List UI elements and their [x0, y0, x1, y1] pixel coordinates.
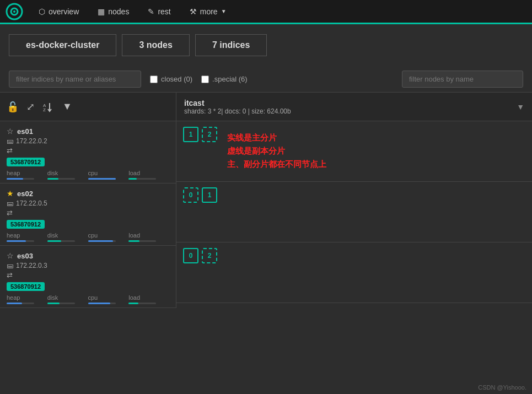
- node-ip: 172.22.0.3: [16, 262, 47, 269]
- metric-label-heap: heap: [7, 170, 20, 176]
- nav-overview-label: overview: [49, 7, 79, 16]
- star-icon[interactable]: ☆: [7, 127, 14, 136]
- nav-nodes-label: nodes: [108, 7, 129, 16]
- node-ip: 172.22.0.2: [16, 137, 47, 145]
- metric-label-cpu: cpu: [88, 170, 98, 176]
- shard-box[interactable]: 1: [202, 187, 217, 203]
- metric-label-disk: disk: [47, 232, 58, 239]
- node-name: es01: [17, 127, 33, 136]
- index-dropdown-icon[interactable]: ▼: [517, 102, 524, 111]
- nodes-label: nodes: [147, 40, 173, 50]
- index-meta: shards: 3 * 2| docs: 0 | size: 624.00b: [184, 107, 512, 115]
- shard-box[interactable]: 0: [183, 248, 198, 263]
- shard-box[interactable]: 2: [202, 248, 217, 263]
- metric-label-cpu: cpu: [88, 294, 98, 301]
- nav-overview[interactable]: ⬡ overview: [31, 4, 87, 19]
- metric-bar-cpu: [88, 178, 116, 180]
- node-badge: 536870912: [7, 158, 45, 166]
- metric-bar-disk: [47, 178, 58, 180]
- metric-bar-load: [128, 240, 139, 242]
- closed-checkbox[interactable]: [150, 75, 158, 83]
- index-header: itcast shards: 3 * 2| docs: 0 | size: 62…: [176, 93, 532, 121]
- expand-icon[interactable]: ⤢: [26, 101, 35, 113]
- chevron-down-icon: ▼: [221, 8, 227, 14]
- annotation-text: 实线是主分片虚线是副本分片主、副分片都在不同节点上: [221, 127, 333, 175]
- star-icon[interactable]: ★: [7, 189, 14, 198]
- star-icon[interactable]: ☆: [7, 251, 14, 260]
- special-checkbox-label[interactable]: .special (6): [201, 75, 248, 83]
- metric-label-cpu: cpu: [88, 232, 98, 239]
- metric-bar-heap: [7, 240, 26, 242]
- special-checkbox[interactable]: [201, 75, 209, 83]
- summary-bar: es-docker-cluster 3 nodes 7 indices: [0, 24, 532, 66]
- disk-icon: 🖴: [7, 137, 13, 145]
- overview-icon: ⬡: [39, 7, 45, 16]
- nav-more[interactable]: ⚒ more ▼: [182, 4, 234, 19]
- nodes-icon: ▦: [98, 7, 105, 16]
- closed-label: closed (0): [161, 75, 192, 83]
- transform-icon: ⇄: [7, 271, 13, 279]
- sort-az-icon[interactable]: A Z: [42, 101, 55, 113]
- nodes-section: 🔓 ⤢ A Z ▼ ☆ es01 🖴 172.22.0.2 ⇄: [0, 93, 176, 308]
- node-ip: 172.22.0.5: [16, 199, 47, 207]
- lock-icon[interactable]: 🔓: [7, 101, 19, 113]
- metric-label-heap: heap: [7, 294, 20, 301]
- metric-label-load: load: [128, 170, 140, 176]
- shard-row: 1 2 实线是主分片虚线是副本分片主、副分片都在不同节点上: [176, 121, 532, 182]
- app-logo[interactable]: [6, 3, 23, 20]
- node-name: es03: [17, 252, 33, 260]
- shard-rows: 1 2 实线是主分片虚线是副本分片主、副分片都在不同节点上 0 1 0 2: [176, 121, 532, 303]
- rest-icon: ✎: [148, 7, 154, 16]
- transform-icon: ⇄: [7, 209, 13, 217]
- filter-bar: closed (0) .special (6): [0, 66, 532, 92]
- nav-nodes[interactable]: ▦ nodes: [90, 4, 137, 19]
- nav-more-label: more: [200, 7, 218, 16]
- metric-bar-load: [128, 303, 138, 304]
- nodes-count: 3: [139, 40, 144, 50]
- metric-bar-disk: [47, 240, 61, 242]
- transform-icon: ⇄: [7, 147, 13, 155]
- metric-bar-heap: [7, 178, 23, 180]
- watermark: CSDN @Yishooo.: [478, 384, 526, 391]
- nodes-count-box[interactable]: 3 nodes: [122, 34, 189, 56]
- svg-text:Z: Z: [43, 107, 46, 112]
- node-name: es02: [17, 190, 33, 198]
- nodes-filter-input[interactable]: [402, 71, 523, 88]
- metric-bar-load: [128, 178, 137, 180]
- more-icon: ⚒: [190, 7, 197, 16]
- index-name-area: itcast shards: 3 * 2| docs: 0 | size: 62…: [184, 99, 512, 115]
- closed-checkbox-label[interactable]: closed (0): [150, 75, 192, 83]
- main-grid: 🔓 ⤢ A Z ▼ ☆ es01 🖴 172.22.0.2 ⇄: [0, 92, 532, 308]
- indices-count-box[interactable]: 7 indices: [195, 34, 267, 56]
- special-label: .special (6): [212, 75, 248, 83]
- shard-box[interactable]: 1: [183, 127, 198, 142]
- node-row: ★ es02 🖴 172.22.0.5 ⇄ 536870912 heap dis…: [0, 183, 176, 246]
- cluster-name-box[interactable]: es-docker-cluster: [9, 34, 116, 56]
- shard-row: 0 1: [176, 182, 532, 242]
- metric-label-disk: disk: [47, 170, 58, 176]
- metric-label-load: load: [128, 294, 140, 301]
- metric-bar-heap: [7, 303, 22, 304]
- metric-label-load: load: [128, 232, 140, 239]
- column-headers: 🔓 ⤢ A Z ▼: [0, 93, 176, 121]
- metric-bar-cpu: [88, 240, 113, 242]
- metric-bar-disk: [47, 303, 60, 304]
- node-badge: 536870912: [7, 282, 45, 291]
- metric-bar-cpu: [88, 303, 110, 304]
- index-name[interactable]: itcast: [184, 99, 512, 107]
- shard-box[interactable]: 0: [183, 187, 198, 203]
- nav-items: ⬡ overview ▦ nodes ✎ rest ⚒ more ▼: [31, 4, 234, 19]
- disk-icon: 🖴: [7, 262, 13, 269]
- top-navigation: ⬡ overview ▦ nodes ✎ rest ⚒ more ▼: [0, 0, 532, 24]
- shard-row: 0 2: [176, 242, 532, 303]
- nav-rest[interactable]: ✎ rest: [140, 4, 178, 19]
- node-rows: ☆ es01 🖴 172.22.0.2 ⇄ 536870912 heap dis…: [0, 121, 176, 308]
- indices-filter-input[interactable]: [9, 71, 141, 88]
- nav-rest-label: rest: [158, 7, 170, 16]
- filter-dropdown-icon[interactable]: ▼: [62, 101, 72, 112]
- shard-box[interactable]: 2: [202, 127, 217, 142]
- node-row: ☆ es01 🖴 172.22.0.2 ⇄ 536870912 heap dis…: [0, 121, 176, 183]
- shard-section: itcast shards: 3 * 2| docs: 0 | size: 62…: [176, 93, 532, 308]
- metric-label-heap: heap: [7, 232, 20, 239]
- metric-label-disk: disk: [47, 294, 58, 301]
